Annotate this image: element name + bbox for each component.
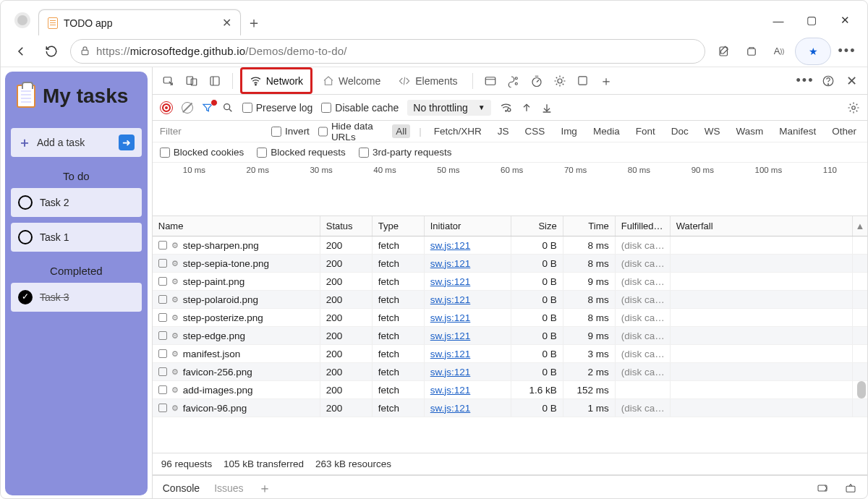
- drawer-collapse-icon[interactable]: [844, 482, 857, 494]
- compose-icon[interactable]: [712, 40, 736, 63]
- initiator-link[interactable]: sw.js:121: [430, 330, 471, 341]
- memory-icon[interactable]: [550, 71, 570, 91]
- task-checkbox-checked[interactable]: [18, 290, 33, 304]
- filter-type[interactable]: CSS: [522, 124, 549, 138]
- row-checkbox[interactable]: [158, 295, 167, 304]
- network-row[interactable]: ⚙step-polaroid.png200fetchsw.js:1210 B8 …: [153, 291, 867, 309]
- col-type[interactable]: Type: [373, 216, 425, 236]
- network-row[interactable]: ⚙favicon-96.png200fetchsw.js:1210 B1 ms(…: [153, 399, 867, 417]
- filter-type[interactable]: Media: [590, 124, 624, 138]
- read-aloud-icon[interactable]: A)): [767, 40, 791, 63]
- help-icon[interactable]: [818, 71, 838, 91]
- initiator-link[interactable]: sw.js:121: [430, 349, 471, 359]
- col-time[interactable]: Time: [563, 216, 616, 236]
- col-size[interactable]: Size: [511, 216, 563, 236]
- row-checkbox[interactable]: [158, 277, 167, 286]
- tab-elements[interactable]: Elements: [391, 67, 464, 94]
- network-row[interactable]: ⚙step-paint.png200fetchsw.js:1210 B9 ms(…: [153, 273, 867, 291]
- collections-icon[interactable]: [740, 40, 763, 63]
- site-info-icon[interactable]: [80, 46, 90, 56]
- filter-input[interactable]: Filter: [160, 126, 263, 137]
- back-button[interactable]: [9, 40, 33, 63]
- network-conditions-icon[interactable]: [500, 101, 512, 114]
- filter-type[interactable]: Font: [632, 124, 659, 138]
- dock-side-icon[interactable]: [205, 71, 225, 91]
- throttling-select[interactable]: No throttling▼: [407, 100, 490, 116]
- new-tab-button[interactable]: ＋: [241, 9, 267, 35]
- filter-type-all[interactable]: All: [392, 124, 410, 138]
- panel-icon[interactable]: [573, 71, 593, 91]
- search-icon[interactable]: [222, 102, 234, 114]
- filter-type[interactable]: JS: [494, 124, 513, 138]
- network-row[interactable]: ⚙step-edge.png200fetchsw.js:1210 B9 ms(d…: [153, 327, 867, 345]
- task-item[interactable]: Task 1: [11, 223, 142, 252]
- drawer-expand-icon[interactable]: [815, 482, 830, 494]
- address-bar[interactable]: https://microsoftedge.github.io/Demos/de…: [70, 39, 705, 64]
- add-task-input[interactable]: ＋ Add a task ➜: [11, 128, 142, 157]
- blocked-requests-checkbox[interactable]: Blocked requests: [257, 147, 346, 158]
- col-status[interactable]: Status: [320, 216, 373, 236]
- row-checkbox[interactable]: [158, 385, 167, 394]
- col-name[interactable]: Name: [153, 216, 320, 236]
- task-item[interactable]: Task 2: [11, 188, 142, 217]
- col-initiator[interactable]: Initiator: [425, 216, 511, 236]
- preserve-log-checkbox[interactable]: Preserve log: [242, 102, 313, 114]
- application-icon[interactable]: [480, 71, 501, 91]
- menu-more-icon[interactable]: •••: [835, 40, 859, 63]
- download-har-icon[interactable]: [541, 102, 553, 114]
- filter-type[interactable]: Manifest: [775, 124, 820, 138]
- network-row[interactable]: ⚙step-posterize.png200fetchsw.js:1210 B8…: [153, 309, 867, 327]
- add-panel-icon[interactable]: ＋: [596, 71, 616, 91]
- network-timeline[interactable]: 10 ms 20 ms 30 ms 40 ms 50 ms 60 ms 70 m…: [153, 163, 867, 216]
- filter-type[interactable]: Doc: [668, 124, 692, 138]
- tab-network[interactable]: Network: [240, 67, 312, 94]
- filter-toggle-icon[interactable]: [202, 102, 213, 114]
- window-minimize-icon[interactable]: —: [772, 14, 785, 27]
- devtools-more-icon[interactable]: •••: [795, 71, 815, 91]
- window-maximize-icon[interactable]: ▢: [805, 14, 818, 27]
- initiator-link[interactable]: sw.js:121: [430, 258, 471, 269]
- third-party-checkbox[interactable]: 3rd-party requests: [359, 147, 452, 158]
- performance-icon[interactable]: [527, 71, 547, 91]
- row-checkbox[interactable]: [158, 367, 167, 376]
- submit-task-button[interactable]: ➜: [119, 135, 135, 150]
- initiator-link[interactable]: sw.js:121: [430, 367, 471, 378]
- col-fulfilled[interactable]: Fulfilled…: [616, 216, 671, 236]
- initiator-link[interactable]: sw.js:121: [430, 240, 471, 251]
- devtools-close-icon[interactable]: ✕: [841, 71, 861, 91]
- blocked-cookies-checkbox[interactable]: Blocked cookies: [160, 147, 244, 158]
- filter-type[interactable]: WS: [701, 124, 724, 138]
- row-checkbox[interactable]: [158, 313, 167, 322]
- filter-type[interactable]: Wasm: [732, 124, 767, 138]
- network-row[interactable]: ⚙step-sepia-tone.png200fetchsw.js:1210 B…: [153, 255, 867, 273]
- disable-cache-checkbox[interactable]: Disable cache: [321, 102, 399, 114]
- task-checkbox[interactable]: [18, 230, 33, 244]
- profile-avatar[interactable]: [14, 12, 30, 28]
- drawer-tab-console[interactable]: Console: [163, 482, 200, 494]
- initiator-link[interactable]: sw.js:121: [430, 294, 471, 305]
- clear-button[interactable]: [182, 102, 193, 114]
- filter-type[interactable]: Img: [557, 124, 581, 138]
- network-settings-icon[interactable]: [847, 101, 860, 114]
- row-checkbox[interactable]: [158, 331, 167, 340]
- initiator-link[interactable]: sw.js:121: [430, 385, 471, 396]
- network-row[interactable]: ⚙add-images.png200fetchsw.js:1211.6 kB15…: [153, 381, 867, 399]
- drawer-tab-issues[interactable]: Issues: [214, 482, 243, 494]
- initiator-link[interactable]: sw.js:121: [430, 403, 471, 414]
- task-item-done[interactable]: Task 3: [11, 283, 142, 312]
- network-row[interactable]: ⚙manifest.json200fetchsw.js:1210 B3 ms(d…: [153, 345, 867, 363]
- tab-welcome[interactable]: Welcome: [315, 67, 388, 94]
- device-toolbar-icon[interactable]: [182, 71, 202, 91]
- row-checkbox[interactable]: [158, 241, 167, 250]
- row-checkbox[interactable]: [158, 349, 167, 358]
- filter-type[interactable]: Other: [828, 124, 860, 138]
- record-button[interactable]: [160, 101, 173, 114]
- browser-tab[interactable]: TODO app ✕: [38, 9, 241, 35]
- hide-data-urls-checkbox[interactable]: Hide data URLs: [318, 121, 383, 142]
- network-row[interactable]: ⚙step-sharpen.png200fetchsw.js:1210 B8 m…: [153, 236, 867, 255]
- col-waterfall[interactable]: Waterfall: [671, 216, 853, 236]
- window-close-icon[interactable]: ✕: [838, 14, 851, 27]
- drawer-add-tab-icon[interactable]: ＋: [258, 479, 271, 497]
- upload-har-icon[interactable]: [521, 102, 532, 114]
- sources-icon[interactable]: [503, 71, 524, 91]
